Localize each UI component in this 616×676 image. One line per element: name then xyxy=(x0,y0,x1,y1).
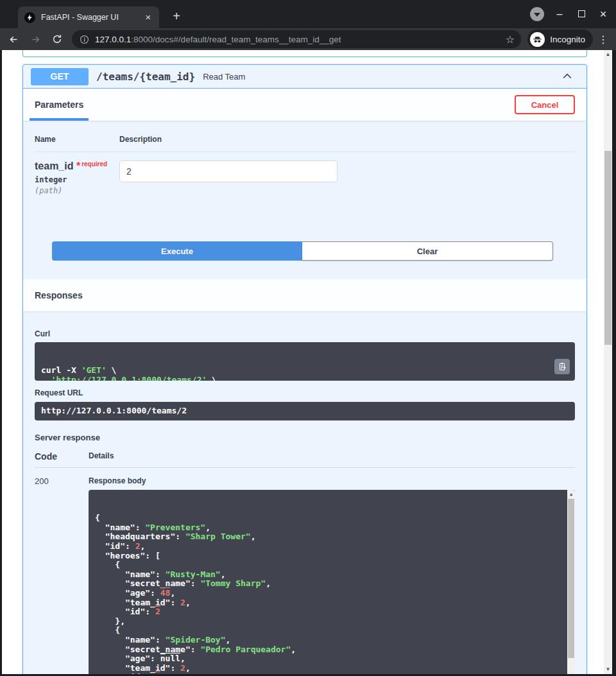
response-scrollbar-thumb[interactable] xyxy=(568,499,574,658)
response-body-label: Response body xyxy=(89,476,575,485)
parameter-meta: team_id *required integer (path) xyxy=(35,160,119,195)
parameters-header: Parameters Cancel xyxy=(23,89,586,121)
parameter-row: team_id *required integer (path) xyxy=(35,152,575,195)
endpoint-path: /teams/{team_id} xyxy=(96,71,195,83)
request-url-label: Request URL xyxy=(35,388,575,397)
site-info-icon[interactable] xyxy=(80,35,89,44)
window-menu-icon[interactable] xyxy=(530,7,544,21)
status-code: 200 xyxy=(35,476,89,674)
tab-title: FastAPI - Swagger UI xyxy=(41,13,142,22)
maximize-icon[interactable] xyxy=(575,8,588,21)
server-response-label: Server response xyxy=(35,433,575,442)
url-host: 127.0.0.1 xyxy=(95,35,131,44)
request-url-value: http://127.0.0.1:8000/teams/2 xyxy=(35,402,575,420)
parameter-description-cell xyxy=(119,160,338,195)
fastapi-favicon-icon xyxy=(24,12,35,23)
response-details: Response body { "name": "Preventers", "h… xyxy=(89,476,575,674)
page-scrollbar-thumb[interactable] xyxy=(604,151,612,345)
copy-to-clipboard-icon[interactable] xyxy=(554,359,570,374)
page-scrollbar[interactable]: ▲ ▼ xyxy=(604,50,612,674)
column-description: Description xyxy=(119,135,162,144)
clear-button[interactable]: Clear xyxy=(302,241,553,261)
url-text[interactable]: 127.0.0.1:8000/docs#/default/read_team_t… xyxy=(95,35,502,44)
endpoint-summary: Read Team xyxy=(203,72,245,82)
response-scroll-up-icon[interactable]: ▲ xyxy=(567,490,575,498)
team-id-input[interactable] xyxy=(119,160,338,182)
window-controls: – × xyxy=(530,0,610,28)
response-body-json: { "name": "Preventers", "headquarters": … xyxy=(95,514,569,674)
required-label: required xyxy=(81,160,107,168)
address-bar[interactable]: 127.0.0.1:8000/docs#/default/read_team_t… xyxy=(72,30,521,48)
browser-tab[interactable]: FastAPI - Swagger UI × xyxy=(18,6,159,28)
scroll-down-icon[interactable]: ▼ xyxy=(604,665,612,674)
required-star: * xyxy=(76,160,80,171)
cancel-button[interactable]: Cancel xyxy=(515,95,575,114)
minimize-icon[interactable]: – xyxy=(553,8,566,21)
parameters-table-head: Name Description xyxy=(35,135,575,152)
execute-row: Execute Clear xyxy=(52,241,553,261)
url-path: :8000/docs#/default/read_team_teams__tea… xyxy=(131,35,341,44)
response-table-head: Code Details xyxy=(35,451,575,468)
column-name: Name xyxy=(35,135,119,144)
bookmark-star-icon[interactable]: ☆ xyxy=(506,33,515,46)
parameter-location: (path) xyxy=(35,186,119,195)
back-icon[interactable] xyxy=(5,31,22,48)
page-content: ▲ ▼ GET /teams/{team_id} Read Team Param… xyxy=(2,50,612,674)
column-code: Code xyxy=(35,451,89,462)
new-tab-button[interactable]: + xyxy=(168,8,185,25)
browser-menu-icon[interactable]: ⋮ xyxy=(598,33,608,46)
window-close-icon[interactable]: × xyxy=(597,8,610,21)
method-badge: GET xyxy=(31,68,89,85)
chevron-up-icon[interactable] xyxy=(561,70,574,83)
parameter-name: team_id xyxy=(35,160,73,171)
column-details: Details xyxy=(89,451,114,462)
parameters-table: Name Description team_id *required integ… xyxy=(23,121,586,261)
curl-command-text: curl -X 'GET' \ 'http://127.0.0.1:8000/t… xyxy=(41,366,569,381)
incognito-icon xyxy=(530,32,545,47)
scroll-up-icon[interactable]: ▲ xyxy=(604,50,612,59)
responses-body: Curl curl -X 'GET' \ 'http://127.0.0.1:8… xyxy=(23,311,586,674)
responses-header: Responses xyxy=(23,279,586,311)
opblock-get: GET /teams/{team_id} Read Team Parameter… xyxy=(22,64,587,674)
tab-parameters[interactable]: Parameters xyxy=(35,100,83,110)
forward-icon[interactable] xyxy=(27,31,44,48)
browser-toolbar: 127.0.0.1:8000/docs#/default/read_team_t… xyxy=(0,28,616,50)
curl-label: Curl xyxy=(35,329,575,338)
swagger-ui: GET /teams/{team_id} Read Team Parameter… xyxy=(22,50,587,674)
responses-title: Responses xyxy=(35,290,83,300)
response-row: 200 Response body { "name": "Preventers"… xyxy=(35,468,575,674)
execute-button[interactable]: Execute xyxy=(52,241,302,261)
response-body-scrollbar[interactable]: ▲ xyxy=(567,490,575,674)
parameter-type: integer xyxy=(35,175,119,184)
previous-opblock-partial[interactable] xyxy=(22,50,587,57)
browser-tab-bar: FastAPI - Swagger UI × + – × xyxy=(0,0,616,28)
tab-parameters-underline xyxy=(30,118,89,121)
incognito-badge: Incognito xyxy=(527,30,593,49)
curl-command[interactable]: curl -X 'GET' \ 'http://127.0.0.1:8000/t… xyxy=(35,342,575,381)
response-body[interactable]: { "name": "Preventers", "headquarters": … xyxy=(89,490,575,674)
opblock-summary[interactable]: GET /teams/{team_id} Read Team xyxy=(23,65,586,89)
incognito-label: Incognito xyxy=(550,35,585,44)
reload-icon[interactable] xyxy=(49,31,65,48)
tab-close-icon[interactable]: × xyxy=(142,12,154,23)
